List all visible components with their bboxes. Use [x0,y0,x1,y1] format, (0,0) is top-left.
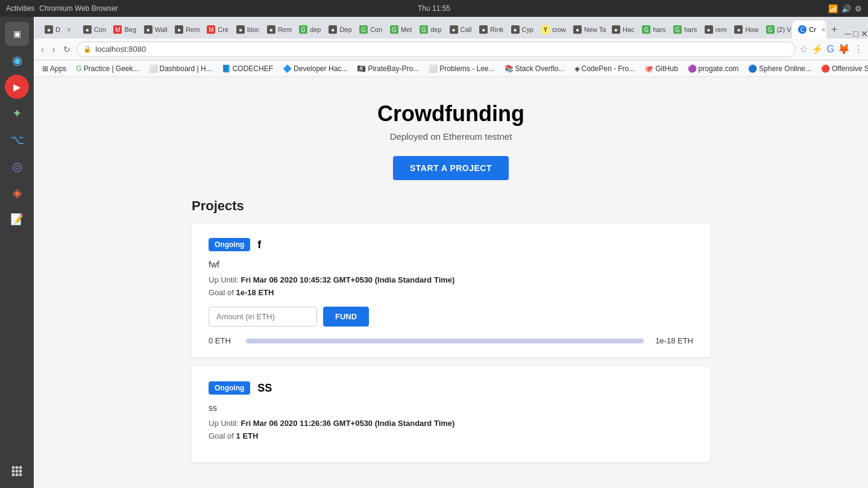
tab-crow[interactable]: Ycrow [535,20,567,39]
bookmark-offensive[interactable]: 🔴 Offensive Sec... [817,63,868,74]
tab-dep3[interactable]: ●Dep [322,20,353,39]
tab-rem2[interactable]: ●Rem [261,20,293,39]
bookmark-stackoverflow[interactable]: 📚 Stack Overflo... [501,63,568,74]
sidebar-icon-chromium[interactable]: ◉ [5,48,29,72]
sidebar-icon-apps[interactable] [5,459,29,483]
project-goal-1: Goal of 1e-18 ETH [209,288,693,297]
sidebar-icon-terminal[interactable]: ▣ [5,22,29,46]
tab-cre[interactable]: MCre [201,20,230,39]
close-button[interactable]: ✕ [861,29,868,39]
tab-met[interactable]: GMet [384,20,414,39]
card-header-1: Ongoing f [209,238,693,251]
project-description-2: ss [209,403,693,413]
tab-2v[interactable]: G(2) V [760,20,793,39]
project-name-2: SS [257,382,272,395]
tab-wall[interactable]: ●Wall [138,20,169,39]
svg-point-0 [12,466,15,469]
tab-beg[interactable]: MBeg [107,20,137,39]
tab-call[interactable]: ●Call [444,20,474,39]
extension-icon-2[interactable]: G [827,44,834,55]
svg-point-8 [19,474,22,477]
progress-right-1: 1e-18 ETH [651,336,693,345]
tab-cr[interactable]: CCr✕ [792,20,826,39]
tab-cyp[interactable]: ●Cyp [505,20,535,39]
bookmark-favicon-8: ◈ [574,64,580,73]
tab-con1[interactable]: ●Con [77,20,108,39]
tab-hars2[interactable]: Ghars [667,20,699,39]
svg-point-2 [19,466,22,469]
progress-bar-bg-1 [246,339,644,343]
bookmark-favicon-2: ⬜ [149,64,158,73]
minimize-button[interactable]: ─ [845,29,851,39]
tab-dep4[interactable]: Gdep [414,20,443,39]
tab-rem1[interactable]: ●Rem [169,20,201,39]
bookmark-star-icon[interactable]: ☆ [799,43,808,55]
sidebar-icon-discord[interactable]: ◎ [5,154,29,178]
tab-dep1[interactable]: ●Dep✕ [39,20,77,39]
sidebar-icon-gimp[interactable]: ◈ [5,181,29,205]
back-button[interactable]: ‹ [39,43,46,55]
project-upuntil-2: Up Until: Fri Mar 06 2020 11:26:36 GMT+0… [209,419,693,428]
bookmark-favicon-5: 🏴‍☠️ [357,64,366,73]
fund-button-1[interactable]: FUND [323,307,369,327]
bookmark-practice[interactable]: G Practice | Geek... [72,63,142,74]
svg-point-4 [16,470,19,473]
start-project-button[interactable]: START A PROJECT [393,156,509,180]
bookmark-devhack[interactable]: 🔷 Developer Hac... [279,63,351,74]
sidebar: ▣ ◉ ▶ ✦ ⌥ ◎ ◈ 📝 [0,17,34,488]
bookmark-github[interactable]: 🐙 GitHub [641,63,681,74]
browser-name-label: Chromium Web Browser [39,4,118,13]
bookmark-dashboard[interactable]: ⬜ Dashboard | H... [145,63,216,74]
sidebar-icon-youtube[interactable]: ▶ [5,75,29,99]
projects-section: Projects Ongoing f fwf Up Until: Fri Mar… [192,198,710,462]
sidebar-icon-vscode[interactable]: ⌥ [5,128,29,152]
page-title: Crowdfunding [46,101,856,127]
sound-icon: 🔊 [841,4,851,13]
bookmark-leetcode[interactable]: ⬜ Problems - Lee... [425,63,498,74]
card-header-2: Ongoing SS [209,381,693,395]
url-text[interactable]: localhost:8080 [95,45,146,54]
github-icon: 🐙 [644,64,653,73]
bookmark-favicon-11: 🔵 [748,64,757,73]
progress-row-1: 0 ETH 1e-18 ETH [209,336,693,345]
amount-input-1[interactable] [209,307,317,327]
bookmark-apps[interactable]: ⊞ Apps [39,63,70,74]
bookmark-favicon-1: G [76,64,81,73]
lock-icon: 🔒 [83,45,92,53]
sidebar-icon-notepad[interactable]: 📝 [5,207,29,231]
badge-ongoing-2: Ongoing [209,381,250,395]
tab-how[interactable]: ●How [728,20,760,39]
browser-chrome: ●Dep✕ ●Con MBeg ●Wall ●Rem MCre ●bloc ●R… [34,17,868,77]
svg-point-5 [19,470,22,473]
maximize-button[interactable]: □ [854,29,858,39]
sidebar-icon-android[interactable]: ✦ [5,101,29,125]
bookmark-favicon-7: 📚 [505,64,514,73]
tab-rem3[interactable]: ●rem [699,20,729,39]
bookmark-progate[interactable]: 🟣 progate.com [684,63,743,74]
activities-label[interactable]: Activities [6,4,34,13]
svg-point-3 [12,470,15,473]
tab-bloc[interactable]: ●bloc [230,20,261,39]
bookmark-sphere[interactable]: 🔵 Sphere Online... [744,63,815,74]
tab-hars1[interactable]: Ghars [636,20,667,39]
bookmark-codechef[interactable]: 📘 CODECHEF [218,63,277,74]
extension-icon-1[interactable]: ⚡ [811,43,823,55]
forward-button[interactable]: › [50,43,58,55]
tab-newta[interactable]: ●New Ta [567,20,606,39]
reload-button[interactable]: ↻ [61,43,73,55]
tab-dep2[interactable]: Gdep [293,20,322,39]
tab-hac[interactable]: ●Hac [606,20,636,39]
bookmark-favicon-10: 🟣 [688,64,697,73]
bookmark-piratebay[interactable]: 🏴‍☠️ PirateBay-Pro... [353,63,423,74]
url-box[interactable]: 🔒 localhost:8080 [77,42,795,57]
extension-icon-3[interactable]: 🦊 [838,43,850,55]
svg-point-1 [16,466,19,469]
page-content: Crowdfunding Deployed on Ethereum testne… [34,77,868,488]
menu-icon[interactable]: ⋮ [854,43,863,55]
tab-con2[interactable]: GCon [353,20,384,39]
project-description-1: fwf [209,260,693,269]
new-tab-button[interactable]: + [826,20,843,39]
bookmark-codepen[interactable]: ◈ CodePen - Fro... [571,63,639,74]
tab-rink[interactable]: ●Rink [473,20,505,39]
bookmark-favicon-6: ⬜ [429,64,438,73]
